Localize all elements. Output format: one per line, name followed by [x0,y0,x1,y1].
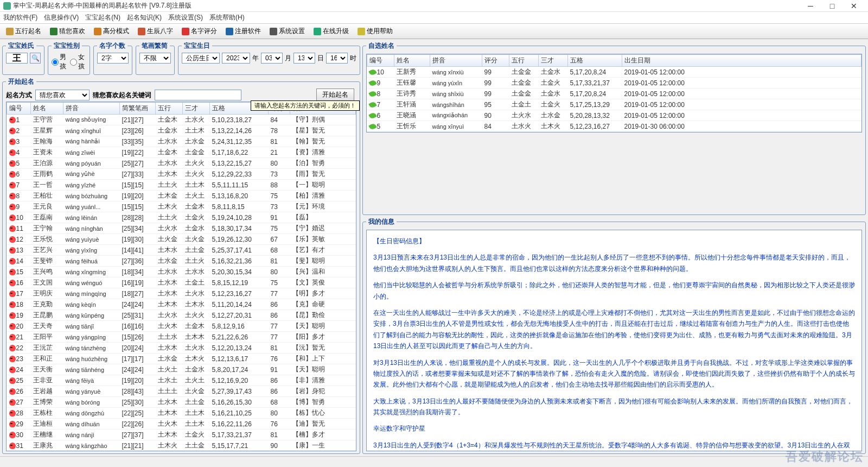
table-row[interactable]: 6王晓涵wángxiǎohán90土火水土水金5,20,28,13,322019… [367,110,861,121]
table-row[interactable]: 27王博荣wáng bóróng[25][30]土水木土土金5,16,26,15… [7,397,356,408]
table-row[interactable]: 13王艺兴wáng yìxīng[14][41]土木水土土金5,25,37,17… [7,245,356,256]
baby-icon [9,323,16,330]
table-row[interactable]: 25王非亚wáng fēiyà[19][20]土水土土火土5,12,16,9,2… [7,375,356,386]
table-row[interactable]: 11王宁翰wáng nínghàn[25][34]土火水土金水5,18,30,1… [7,223,356,234]
month-select[interactable]: 03 [261,53,283,64]
day-select[interactable]: 13 [293,53,315,64]
table-row[interactable]: 7王轩涵wángshīhán95土金土土金火5,17,25,13,292019-… [367,99,861,110]
column-header[interactable]: 姓名 [31,103,63,115]
table-row[interactable]: 4王资未wáng zīwèi[19][22]土金木土金金5,17,18,6,22… [7,147,356,158]
baby-icon [9,345,16,351]
column-header[interactable]: 五行 [509,55,539,67]
table-row[interactable]: 15王兴鸣wáng xīngmíng[18][34]土水水土水水5,20,30,… [7,267,356,277]
table-row[interactable]: 12王乐悦wáng yuìyuè[19][30]土火金土火金5,19,26,12… [7,234,356,245]
hour-select[interactable]: 16 [326,53,348,64]
column-header[interactable]: 五格 [568,55,622,67]
info-content[interactable]: 【生日密码信息】 3月13日预言未来在3月13日出生的人总是非常的宿命，因为他们… [366,230,862,451]
toolbar-button[interactable]: 猜您喜欢 [46,25,89,37]
close-button[interactable]: ✕ [843,1,865,11]
surname-search-button[interactable]: 🔍 [30,53,41,64]
column-header[interactable]: 拼音 [63,103,120,115]
count-select[interactable]: 2字 [97,53,129,64]
table-row[interactable]: 30王楠继wáng nánjì[27][37]土木木土金火5,17,33,21,… [7,430,356,440]
menu-item[interactable]: 宝宝起名(N) [85,13,120,22]
table-row[interactable]: 2王星辉wáng xīnghuī[23][26]土金水土土木5,13,22,14… [7,125,356,136]
strokes-legend: 笔画繁简 [139,41,170,51]
toolbar-icon [138,28,145,35]
table-row[interactable]: 6王雨鹤wáng yǔhè[27][33]土水木土火火5,12,29,22,33… [7,169,356,180]
gender-female-radio[interactable]: 女孩 [70,53,86,71]
menu-item[interactable]: 信息操作(V) [44,13,79,22]
table-row[interactable]: 20王天奇wáng tiānjī[16][16]土火木土金木5,8,12,9,1… [7,321,356,332]
start-button[interactable]: 开始起名 [316,89,354,101]
count-group: 名字个数 2字 [93,41,132,75]
keyword-input[interactable] [155,90,241,100]
menubar: 我的软件(F)信息操作(V)宝宝起名(N)起名知识(K)系统设置(S)系统帮助(… [0,12,868,24]
table-row[interactable]: 8王诗秀wáng shīxiù99土金金土金水5,17,20,8,242019-… [367,89,861,99]
column-header[interactable]: 评分 [482,55,509,67]
strokes-select[interactable]: 不限 [139,53,171,64]
surname-input[interactable] [6,53,28,64]
toolbar-button[interactable]: 名字评分 [178,25,221,37]
minimize-button[interactable]: ─ [800,1,821,11]
table-row[interactable]: 32王进熙wáng jìnxī[21][32]土火火土水金5,19,28,14,… [7,451,356,452]
table-row[interactable]: 1王守营wáng shǒuyíng[21][27]土金木土水火5,10,23,1… [7,115,356,125]
baby-icon [9,236,16,243]
table-row[interactable]: 29王迪桓wáng díhuán[22][26]土火木土土木5,16,22,11… [7,419,356,430]
column-header[interactable]: 拼音 [430,55,482,67]
table-row[interactable]: 18王克勤wáng kèqín[24][24]土木木土木水5,11,20,14,… [7,299,356,310]
gender-male-radio[interactable]: 男孩 [52,53,68,71]
toolbar-button[interactable]: 五行起名 [2,25,45,37]
toolbar-button[interactable]: 使用帮助 [354,25,397,37]
table-row[interactable]: 17王明庆wáng míngqìng[18][27]土水木土火水5,12,23,… [7,288,356,299]
table-row[interactable]: 16王文国wáng wénguó[16][19]土水木土金土5,8,15,12,… [7,277,356,288]
column-header[interactable]: 三才 [539,55,568,67]
table-row[interactable]: 5王忻乐wáng xīnyuì84土水火土木火5,12,23,16,272019… [367,121,861,132]
column-header[interactable]: 五行 [156,103,183,115]
toolbar-button[interactable]: 系统设置 [266,25,309,37]
self-pick-group: 自选姓名 编号姓名拼音评分五行三才五格出生日期 10王新秀wáng xīnxiù… [362,41,866,215]
birth-group: 宝宝生日 公历生日 2023 年 03 月 13 日 16 时 [178,41,360,75]
column-header[interactable]: 出生日期 [622,55,861,67]
menu-item[interactable]: 我的软件(F) [3,13,37,22]
table-row[interactable]: 31王康兆wáng kāngzhào[21][21]土木火土土金5,15,17,… [7,440,356,451]
column-header[interactable]: 姓名 [394,55,430,67]
table-row[interactable]: 8王柏壮wáng bózhuàng[19][20]土木金土火土5,13,16,8… [7,191,356,201]
baby-icon [9,269,16,275]
table-row[interactable]: 14王斐铧wáng fěihuá[27][36]土水金土土火5,16,32,21… [7,256,356,267]
table-row[interactable]: 23王和正wáng huózhēng[17][17]土水金土木火5,12,13,… [7,354,356,364]
toolbar-button[interactable]: 注册软件 [222,25,265,37]
toolbar-button[interactable]: 高分模式 [90,25,133,37]
leaf-icon [368,79,376,87]
calendar-select[interactable]: 公历生日 [182,53,220,64]
maximize-button[interactable]: □ [821,1,843,11]
results-grid[interactable]: 编号姓名拼音简繁笔画五行三才五格评分备注 1王守营wáng shǒuyíng[2… [6,102,356,451]
table-row[interactable]: 26王岩越wáng yányuè[28][43]土土土土火金5,27,39,17… [7,386,356,397]
table-row[interactable]: 22王沅芷wáng tánzhèng[20][24]土水木土火水5,12,20,… [7,343,356,354]
table-row[interactable]: 10王新秀wáng xīnxiù99土金金土金水5,17,20,8,242019… [367,67,861,78]
count-legend: 名字个数 [97,41,127,51]
year-select[interactable]: 2023 [222,53,250,64]
table-row[interactable]: 10王磊南wáng lěinán[28][28]土土火土金火5,19,24,10… [7,212,356,223]
column-header[interactable]: 编号 [367,55,394,67]
table-row[interactable]: 28王栋柱wáng dōngzhù[22][25]土木木土土木5,16,21,1… [7,408,356,419]
table-row[interactable]: 21王阳平wáng yángpíng[15][26]土土水土木木5,21,22,… [7,332,356,343]
column-header[interactable]: 三才 [183,103,210,115]
table-row[interactable]: 24王天衡wáng tiānhéng[24][24]土火土土金水5,8,20,1… [7,364,356,375]
table-row[interactable]: 7王一哲wáng yīzhé[15][15]土土火土土木5,5,11,11,15… [7,180,356,191]
menu-item[interactable]: 起名知识(K) [127,13,162,22]
menu-item[interactable]: 系统设置(S) [168,13,203,22]
column-header[interactable]: 编号 [7,103,31,115]
table-row[interactable]: 19王昆鹏wáng kūnpéng[25][31]土火水土火火5,12,27,2… [7,310,356,321]
table-row[interactable]: 3王翰海wáng hànhǎi[33][35]土水水土水金5,24,31,12,… [7,136,356,147]
menu-item[interactable]: 系统帮助(H) [209,13,245,22]
self-pick-grid[interactable]: 编号姓名拼音评分五行三才五格出生日期 10王新秀wáng xīnxiù99土金金… [366,54,862,132]
toolbar-button[interactable]: 在线升级 [310,25,353,37]
method-select[interactable]: 猜您喜欢 [35,90,90,100]
table-row[interactable]: 9王钰馨wáng yùxīn99土金金土金火5,17,33,21,372019-… [367,78,861,89]
table-row[interactable]: 5王泊源wáng póyuán[25][27]土水水土火火5,13,22,15,… [7,158,356,169]
column-header[interactable]: 简繁笔画 [120,103,156,115]
table-row[interactable]: 9王元良wáng yuánl...[15][15]土木火土金木5,8,11,8,… [7,201,356,212]
toolbar-button[interactable]: 生辰八字 [134,25,177,37]
baby-icon [9,432,16,438]
